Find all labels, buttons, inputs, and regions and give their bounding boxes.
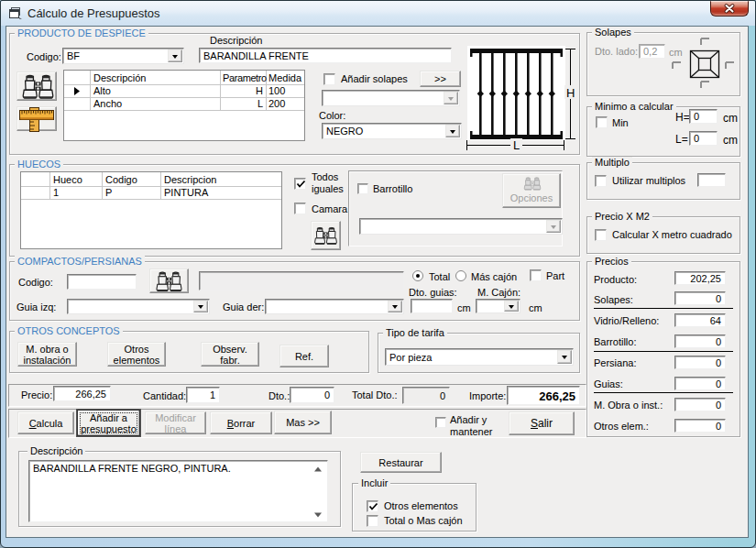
svg-text:L: L xyxy=(513,138,520,152)
svg-text:H: H xyxy=(566,86,575,100)
